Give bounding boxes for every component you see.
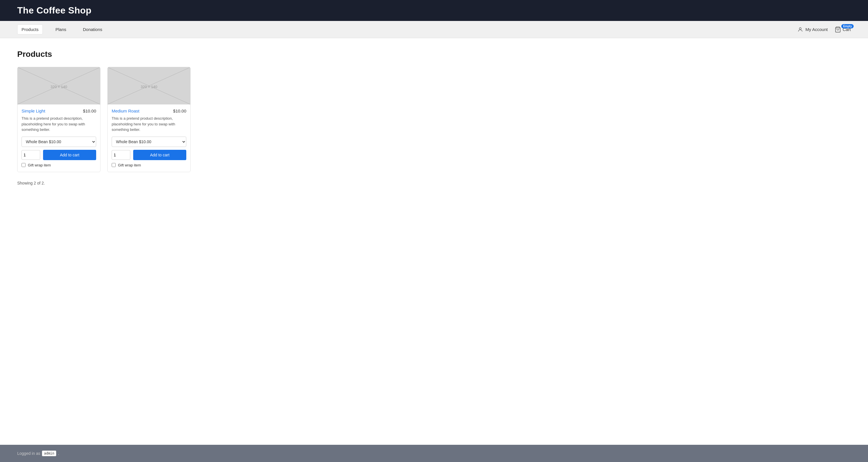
admin-badge: admin (42, 451, 56, 456)
cart-badge: Empty (841, 24, 854, 28)
product-description-2: This is a pretend product description, p… (112, 116, 186, 132)
product-header-1: Simple Light $10.00 (22, 109, 96, 113)
showing-count: Showing 2 of 2. (17, 181, 851, 185)
product-card-2: 320 × 140 Medium Roast $10.00 This is a … (107, 67, 191, 172)
add-to-cart-button-2[interactable]: Add to cart (133, 150, 186, 160)
nav-left: Products Plans Donations (17, 24, 106, 34)
product-card-1: 320 × 140 Simple Light $10.00 This is a … (17, 67, 100, 172)
svg-rect-2 (18, 67, 100, 104)
quantity-input-2[interactable] (112, 150, 130, 160)
product-description-1: This is a pretend product description, p… (22, 116, 96, 132)
site-title: The Coffee Shop (17, 5, 851, 16)
add-to-cart-row-2: Add to cart (112, 150, 186, 160)
svg-text:320 × 140: 320 × 140 (51, 85, 67, 89)
quantity-input-1[interactable] (22, 150, 40, 160)
logged-in-text: Logged in as (17, 451, 40, 456)
cart-icon (835, 26, 841, 33)
gift-wrap-label-2: Gift wrap item (118, 163, 141, 167)
account-icon (797, 27, 803, 32)
cart-button[interactable]: Empty Cart (835, 26, 851, 33)
gift-wrap-row-2: Gift wrap item (112, 163, 186, 167)
main-content: Products 320 × 140 Simple Light $10.00 (0, 38, 868, 445)
product-image-2: 320 × 140 (107, 67, 190, 104)
my-account-label: My Account (805, 27, 828, 32)
nav-bar: Products Plans Donations My Account Empt… (0, 21, 868, 38)
nav-right: My Account Empty Cart (797, 26, 851, 33)
my-account-button[interactable]: My Account (797, 27, 828, 32)
placeholder-image-1: 320 × 140 (18, 67, 100, 104)
add-to-cart-button-1[interactable]: Add to cart (43, 150, 96, 160)
product-image-1: 320 × 140 (18, 67, 100, 104)
nav-item-donations[interactable]: Donations (79, 25, 106, 34)
svg-text:320 × 140: 320 × 140 (141, 85, 157, 89)
top-header: The Coffee Shop (0, 0, 868, 21)
svg-line-4 (18, 67, 100, 104)
gift-wrap-label-1: Gift wrap item (28, 163, 51, 167)
product-header-2: Medium Roast $10.00 (112, 109, 186, 113)
variant-select-1[interactable]: Whole Bean $10.00 Ground $10.00 (22, 136, 96, 147)
svg-rect-6 (107, 67, 190, 104)
svg-line-7 (107, 67, 190, 104)
product-price-1: $10.00 (83, 109, 96, 113)
variant-select-2[interactable]: Whole Bean $10.00 Ground $10.00 (112, 136, 186, 147)
product-name-1[interactable]: Simple Light (22, 109, 45, 113)
product-info-2: Medium Roast $10.00 This is a pretend pr… (107, 104, 190, 172)
product-grid: 320 × 140 Simple Light $10.00 This is a … (17, 67, 851, 172)
gift-wrap-row-1: Gift wrap item (22, 163, 96, 167)
add-to-cart-row-1: Add to cart (22, 150, 96, 160)
product-name-2[interactable]: Medium Roast (112, 109, 140, 113)
svg-point-0 (799, 28, 801, 30)
footer: Logged in as admin . (0, 445, 868, 462)
gift-wrap-checkbox-2[interactable] (112, 163, 116, 167)
page-title: Products (17, 50, 851, 59)
placeholder-image-2: 320 × 140 (107, 67, 190, 104)
nav-item-plans[interactable]: Plans (51, 25, 70, 34)
gift-wrap-checkbox-1[interactable] (22, 163, 26, 167)
svg-line-8 (107, 67, 190, 104)
product-info-1: Simple Light $10.00 This is a pretend pr… (18, 104, 100, 172)
product-price-2: $10.00 (173, 109, 186, 113)
nav-item-products[interactable]: Products (17, 24, 43, 34)
svg-line-3 (18, 67, 100, 104)
footer-inner: Logged in as admin . (17, 451, 851, 456)
footer-period: . (58, 451, 59, 456)
